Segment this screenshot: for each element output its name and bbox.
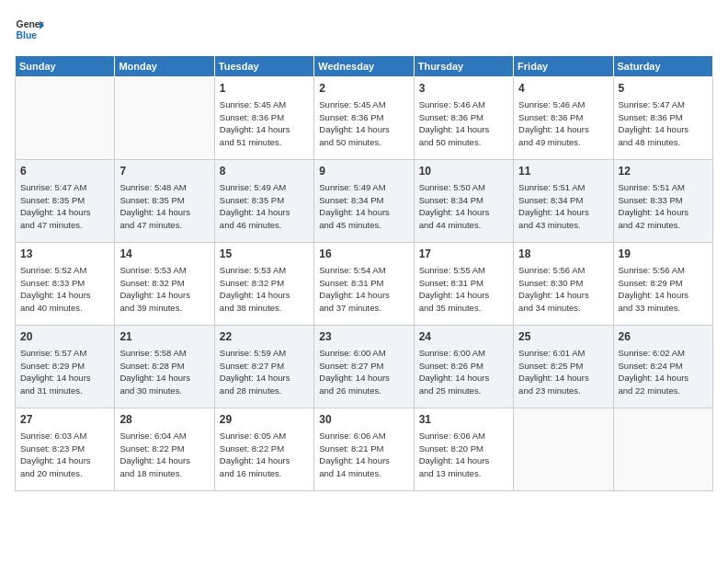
- calendar-week-row: 20Sunrise: 5:57 AM Sunset: 8:29 PM Dayli…: [16, 326, 713, 408]
- day-number: 30: [319, 412, 408, 428]
- calendar-day-cell: 2Sunrise: 5:45 AM Sunset: 8:36 PM Daylig…: [314, 77, 414, 160]
- day-number: 17: [419, 247, 508, 262]
- day-info: Sunrise: 5:49 AM Sunset: 8:35 PM Dayligh…: [220, 181, 309, 232]
- calendar-day-cell: 9Sunrise: 5:49 AM Sunset: 8:34 PM Daylig…: [314, 160, 414, 243]
- calendar-day-cell: 31Sunrise: 6:06 AM Sunset: 8:20 PM Dayli…: [414, 408, 513, 491]
- calendar-day-cell: 7Sunrise: 5:48 AM Sunset: 8:35 PM Daylig…: [115, 160, 214, 243]
- day-number: 3: [419, 81, 508, 97]
- calendar-day-cell: 6Sunrise: 5:47 AM Sunset: 8:35 PM Daylig…: [16, 160, 115, 243]
- calendar-week-row: 1Sunrise: 5:45 AM Sunset: 8:36 PM Daylig…: [16, 77, 713, 160]
- day-number: 5: [619, 81, 708, 97]
- day-info: Sunrise: 5:45 AM Sunset: 8:36 PM Dayligh…: [319, 98, 408, 149]
- calendar-day-cell: 1Sunrise: 5:45 AM Sunset: 8:36 PM Daylig…: [214, 77, 313, 160]
- day-number: 31: [419, 412, 508, 428]
- calendar-day-cell: 3Sunrise: 5:46 AM Sunset: 8:36 PM Daylig…: [414, 77, 513, 160]
- day-number: 24: [419, 329, 508, 345]
- calendar-day-cell: 27Sunrise: 6:03 AM Sunset: 8:23 PM Dayli…: [16, 408, 115, 491]
- day-number: 9: [319, 164, 408, 179]
- day-number: 13: [20, 247, 109, 262]
- calendar-day-cell: 18Sunrise: 5:56 AM Sunset: 8:30 PM Dayli…: [514, 243, 613, 326]
- day-number: 29: [220, 412, 309, 428]
- calendar-day-cell: 4Sunrise: 5:46 AM Sunset: 8:36 PM Daylig…: [514, 77, 613, 160]
- calendar-week-row: 13Sunrise: 5:52 AM Sunset: 8:33 PM Dayli…: [16, 243, 713, 326]
- day-info: Sunrise: 5:54 AM Sunset: 8:31 PM Dayligh…: [319, 264, 408, 315]
- calendar-day-cell: 21Sunrise: 5:58 AM Sunset: 8:28 PM Dayli…: [115, 326, 214, 408]
- day-info: Sunrise: 5:47 AM Sunset: 8:35 PM Dayligh…: [20, 181, 109, 232]
- day-number: 7: [119, 164, 209, 179]
- calendar-day-cell: 20Sunrise: 5:57 AM Sunset: 8:29 PM Dayli…: [16, 326, 115, 408]
- day-number: 22: [220, 329, 309, 345]
- calendar-day-cell: 13Sunrise: 5:52 AM Sunset: 8:33 PM Dayli…: [16, 243, 115, 326]
- calendar-day-cell: [514, 408, 613, 491]
- day-info: Sunrise: 6:00 AM Sunset: 8:26 PM Dayligh…: [419, 347, 508, 397]
- day-info: Sunrise: 5:45 AM Sunset: 8:36 PM Dayligh…: [220, 98, 309, 149]
- day-info: Sunrise: 5:50 AM Sunset: 8:34 PM Dayligh…: [419, 181, 508, 232]
- day-info: Sunrise: 5:58 AM Sunset: 8:28 PM Dayligh…: [119, 347, 209, 397]
- calendar-day-cell: 26Sunrise: 6:02 AM Sunset: 8:24 PM Dayli…: [613, 326, 712, 408]
- calendar-day-cell: 25Sunrise: 6:01 AM Sunset: 8:25 PM Dayli…: [514, 326, 613, 408]
- day-number: 28: [119, 412, 209, 428]
- day-number: 18: [518, 247, 608, 262]
- day-info: Sunrise: 5:53 AM Sunset: 8:32 PM Dayligh…: [220, 264, 309, 315]
- day-number: 14: [119, 247, 209, 262]
- calendar-day-cell: 17Sunrise: 5:55 AM Sunset: 8:31 PM Dayli…: [414, 243, 513, 326]
- calendar-week-row: 27Sunrise: 6:03 AM Sunset: 8:23 PM Dayli…: [16, 408, 713, 491]
- calendar-day-cell: [16, 77, 115, 160]
- day-number: 16: [319, 247, 408, 262]
- day-info: Sunrise: 5:48 AM Sunset: 8:35 PM Dayligh…: [119, 181, 209, 232]
- day-info: Sunrise: 6:01 AM Sunset: 8:25 PM Dayligh…: [518, 347, 608, 397]
- logo: General Blue: [15, 15, 44, 44]
- day-info: Sunrise: 5:51 AM Sunset: 8:33 PM Dayligh…: [619, 181, 708, 232]
- day-number: 23: [319, 329, 408, 345]
- weekday-header-friday: Friday: [514, 56, 613, 77]
- day-info: Sunrise: 5:55 AM Sunset: 8:31 PM Dayligh…: [419, 264, 508, 315]
- day-number: 12: [619, 164, 708, 179]
- calendar-day-cell: 8Sunrise: 5:49 AM Sunset: 8:35 PM Daylig…: [214, 160, 313, 243]
- day-info: Sunrise: 6:05 AM Sunset: 8:22 PM Dayligh…: [220, 430, 309, 480]
- day-number: 6: [20, 164, 109, 179]
- calendar-day-cell: 28Sunrise: 6:04 AM Sunset: 8:22 PM Dayli…: [115, 408, 214, 491]
- calendar-day-cell: 11Sunrise: 5:51 AM Sunset: 8:34 PM Dayli…: [514, 160, 613, 243]
- calendar-day-cell: 12Sunrise: 5:51 AM Sunset: 8:33 PM Dayli…: [613, 160, 712, 243]
- day-info: Sunrise: 5:52 AM Sunset: 8:33 PM Dayligh…: [20, 264, 109, 315]
- day-info: Sunrise: 6:03 AM Sunset: 8:23 PM Dayligh…: [20, 430, 109, 480]
- day-number: 1: [220, 81, 309, 97]
- day-info: Sunrise: 5:56 AM Sunset: 8:30 PM Dayligh…: [518, 264, 608, 315]
- day-info: Sunrise: 5:56 AM Sunset: 8:29 PM Dayligh…: [619, 264, 708, 315]
- weekday-header-tuesday: Tuesday: [214, 56, 313, 77]
- logo-icon: General Blue: [15, 15, 44, 44]
- calendar-week-row: 6Sunrise: 5:47 AM Sunset: 8:35 PM Daylig…: [16, 160, 713, 243]
- day-number: 20: [20, 329, 109, 345]
- day-number: 26: [619, 329, 708, 345]
- calendar-day-cell: 29Sunrise: 6:05 AM Sunset: 8:22 PM Dayli…: [214, 408, 313, 491]
- weekday-header-monday: Monday: [115, 56, 214, 77]
- day-info: Sunrise: 6:00 AM Sunset: 8:27 PM Dayligh…: [319, 347, 408, 397]
- day-number: 11: [518, 164, 608, 179]
- day-number: 8: [220, 164, 309, 179]
- day-info: Sunrise: 6:06 AM Sunset: 8:21 PM Dayligh…: [319, 430, 408, 480]
- calendar-day-cell: 22Sunrise: 5:59 AM Sunset: 8:27 PM Dayli…: [214, 326, 313, 408]
- weekday-header-sunday: Sunday: [16, 56, 115, 77]
- calendar-day-cell: [115, 77, 214, 160]
- calendar-day-cell: 16Sunrise: 5:54 AM Sunset: 8:31 PM Dayli…: [314, 243, 414, 326]
- day-number: 19: [619, 247, 708, 262]
- day-number: 25: [518, 329, 608, 345]
- day-info: Sunrise: 5:51 AM Sunset: 8:34 PM Dayligh…: [518, 181, 608, 232]
- weekday-header-saturday: Saturday: [613, 56, 712, 77]
- day-info: Sunrise: 5:59 AM Sunset: 8:27 PM Dayligh…: [220, 347, 309, 397]
- day-number: 10: [419, 164, 508, 179]
- calendar-day-cell: 24Sunrise: 6:00 AM Sunset: 8:26 PM Dayli…: [414, 326, 513, 408]
- day-info: Sunrise: 5:53 AM Sunset: 8:32 PM Dayligh…: [119, 264, 209, 315]
- calendar-day-cell: 15Sunrise: 5:53 AM Sunset: 8:32 PM Dayli…: [214, 243, 313, 326]
- day-number: 15: [220, 247, 309, 262]
- weekday-header-thursday: Thursday: [414, 56, 513, 77]
- day-info: Sunrise: 6:06 AM Sunset: 8:20 PM Dayligh…: [419, 430, 508, 480]
- page-header: General Blue: [15, 15, 713, 44]
- calendar-day-cell: 10Sunrise: 5:50 AM Sunset: 8:34 PM Dayli…: [414, 160, 513, 243]
- day-info: Sunrise: 5:46 AM Sunset: 8:36 PM Dayligh…: [518, 98, 608, 149]
- day-number: 4: [518, 81, 608, 97]
- day-number: 21: [119, 329, 209, 345]
- day-number: 2: [319, 81, 408, 97]
- calendar-day-cell: [613, 408, 712, 491]
- day-info: Sunrise: 6:04 AM Sunset: 8:22 PM Dayligh…: [119, 430, 209, 480]
